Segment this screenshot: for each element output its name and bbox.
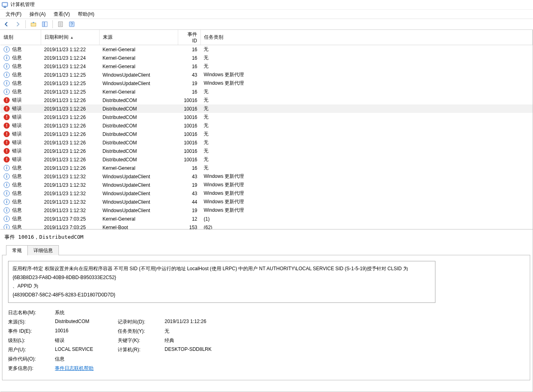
properties-button[interactable]: [56, 20, 65, 29]
event-row[interactable]: i信息2019/11/23 1:12:22Kernel-General16无: [0, 45, 532, 54]
event-source: WindowsUpdateClient: [99, 172, 178, 181]
event-level-text: 信息: [12, 165, 22, 171]
event-row[interactable]: i信息2019/11/23 1:12:25WindowsUpdateClient…: [0, 79, 532, 88]
app-icon: [2, 2, 8, 8]
event-source: Kernel-General: [99, 45, 178, 54]
tab-details[interactable]: 详细信息: [27, 245, 59, 255]
col-header-level[interactable]: 级别: [0, 30, 41, 45]
event-row[interactable]: i信息2019/11/23 1:12:32WindowsUpdateClient…: [0, 206, 532, 215]
event-source: DistributedCOM: [99, 147, 178, 155]
col-header-source[interactable]: 来源: [99, 30, 178, 45]
event-category: Windows 更新代理: [200, 79, 532, 88]
event-datetime: 2019/11/23 1:12:26: [41, 147, 99, 155]
event-level-text: 错误: [12, 97, 22, 104]
event-datetime: 2019/11/23 1:12:26: [41, 130, 99, 138]
navigation-tree[interactable]: ▾计算机管理(本地) ▾系统工具 ▸任务计划程序 ▾事件查看器 ▸自定义视图 ▾…: [0, 30, 0, 392]
col-header-datetime[interactable]: 日期和时间▲: [41, 30, 99, 45]
help-button[interactable]: ?: [67, 20, 77, 29]
event-category: 无: [200, 121, 532, 130]
event-row[interactable]: !错误2019/11/23 1:12:26DistributedCOM10016…: [0, 104, 532, 113]
event-id: 19: [178, 79, 200, 88]
svg-rect-5: [45, 22, 47, 27]
info-icon: i: [4, 165, 10, 171]
toolbar-separator: [25, 20, 26, 28]
event-category: Windows 更新代理: [200, 71, 532, 79]
error-icon: !: [4, 123, 10, 129]
prop-value: DistributedCOM: [55, 319, 115, 325]
event-category: 无: [200, 138, 532, 147]
event-row[interactable]: i信息2019/11/23 1:12:32WindowsUpdateClient…: [0, 181, 532, 189]
event-id: 10016: [178, 121, 200, 130]
event-row[interactable]: !错误2019/11/23 1:12:26DistributedCOM10016…: [0, 130, 532, 138]
event-datetime: 2019/11/23 1:12:32: [41, 206, 99, 215]
menu-view[interactable]: 查看(V): [50, 10, 74, 19]
event-datetime: 2019/11/23 7:03:25: [41, 223, 99, 229]
prop-label: 来源(S):: [8, 319, 52, 325]
event-level-text: 错误: [12, 131, 22, 138]
online-help-link[interactable]: 事件日志联机帮助: [55, 365, 94, 371]
col-header-category[interactable]: 任务类别: [200, 30, 532, 45]
menu-help[interactable]: 帮助(H): [74, 10, 98, 19]
event-row[interactable]: !错误2019/11/23 1:12:26DistributedCOM10016…: [0, 121, 532, 130]
event-source: DistributedCOM: [99, 155, 178, 164]
event-category: 无: [200, 155, 532, 164]
event-row[interactable]: i信息2019/11/23 7:03:25Kernel-General12(1): [0, 215, 532, 223]
event-row[interactable]: i信息2019/11/23 1:12:32WindowsUpdateClient…: [0, 198, 532, 206]
event-id: 16: [178, 62, 200, 71]
event-row[interactable]: i信息2019/11/23 1:12:24Kernel-General16无: [0, 54, 532, 62]
event-category: Windows 更新代理: [200, 189, 532, 198]
detail-header: 事件 10016，DistributedCOM: [2, 232, 530, 245]
event-datetime: 2019/11/23 1:12:26: [41, 113, 99, 121]
event-datetime: 2019/11/23 1:12:26: [41, 96, 99, 104]
event-source: DistributedCOM: [99, 96, 178, 104]
event-row[interactable]: i信息2019/11/23 1:12:24Kernel-General16无: [0, 62, 532, 71]
svg-rect-2: [4, 7, 6, 8]
up-level-button[interactable]: [29, 20, 38, 29]
sort-asc-icon: ▲: [69, 35, 74, 40]
tool-bar: ?: [0, 19, 533, 30]
event-level-text: 信息: [12, 63, 22, 70]
event-datetime: 2019/11/23 1:12:24: [41, 62, 99, 71]
event-row[interactable]: i信息2019/11/23 1:12:25Kernel-General16无: [0, 88, 532, 96]
event-datetime: 2019/11/23 1:12:26: [41, 104, 99, 113]
info-icon: i: [4, 72, 10, 78]
event-row[interactable]: i信息2019/11/23 1:12:32WindowsUpdateClient…: [0, 189, 532, 198]
event-level-text: 错误: [12, 148, 22, 154]
event-row[interactable]: i信息2019/11/23 1:12:32WindowsUpdateClient…: [0, 172, 532, 181]
nav-back-button[interactable]: [2, 20, 11, 29]
event-level-text: 信息: [12, 71, 22, 78]
event-category: (1): [200, 215, 532, 223]
prop-value: LOCAL SERVICE: [55, 346, 115, 353]
event-row[interactable]: !错误2019/11/23 1:12:26DistributedCOM10016…: [0, 155, 532, 164]
tab-general[interactable]: 常规: [6, 245, 28, 255]
event-row[interactable]: !错误2019/11/23 1:12:26DistributedCOM10016…: [0, 96, 532, 104]
info-icon: i: [4, 216, 10, 222]
event-id: 43: [178, 71, 200, 79]
col-header-event-id[interactable]: 事件 ID: [178, 30, 200, 45]
event-datetime: 2019/11/23 1:12:25: [41, 88, 99, 96]
event-detail-pane: 事件 10016，DistributedCOM 常规 详细信息 应用程序-特定 …: [0, 229, 533, 392]
event-row[interactable]: !错误2019/11/23 1:12:26DistributedCOM10016…: [0, 113, 532, 121]
event-row[interactable]: i信息2019/11/23 1:12:25WindowsUpdateClient…: [0, 71, 532, 79]
show-hide-button[interactable]: [40, 20, 50, 29]
event-id: 10016: [178, 138, 200, 147]
event-row[interactable]: i信息2019/11/23 1:12:26Kernel-General16无: [0, 164, 532, 172]
svg-rect-4: [42, 22, 44, 27]
event-row[interactable]: !错误2019/11/23 1:12:26DistributedCOM10016…: [0, 138, 532, 147]
nav-forward-button[interactable]: [13, 20, 23, 29]
event-level-text: 错误: [12, 122, 22, 129]
event-source: Kernel-Boot: [99, 223, 178, 229]
prop-label: 记录时间(D):: [118, 319, 162, 325]
event-list[interactable]: 级别 日期和时间▲ 来源 事件 ID 任务类别 i信息2019/11/23 1:…: [0, 30, 533, 229]
event-id: 44: [178, 198, 200, 206]
event-source: Kernel-General: [99, 164, 178, 172]
event-category: 无: [200, 147, 532, 155]
event-row[interactable]: i信息2019/11/23 7:03:25Kernel-Boot153(62): [0, 223, 532, 229]
menu-action[interactable]: 操作(A): [25, 10, 50, 19]
event-datetime: 2019/11/23 1:12:22: [41, 45, 99, 54]
event-source: WindowsUpdateClient: [99, 79, 178, 88]
event-row[interactable]: !错误2019/11/23 1:12:26DistributedCOM10016…: [0, 147, 532, 155]
menu-file[interactable]: 文件(F): [2, 10, 25, 19]
event-id: 10016: [178, 96, 200, 104]
prop-value: 10016: [55, 328, 115, 335]
